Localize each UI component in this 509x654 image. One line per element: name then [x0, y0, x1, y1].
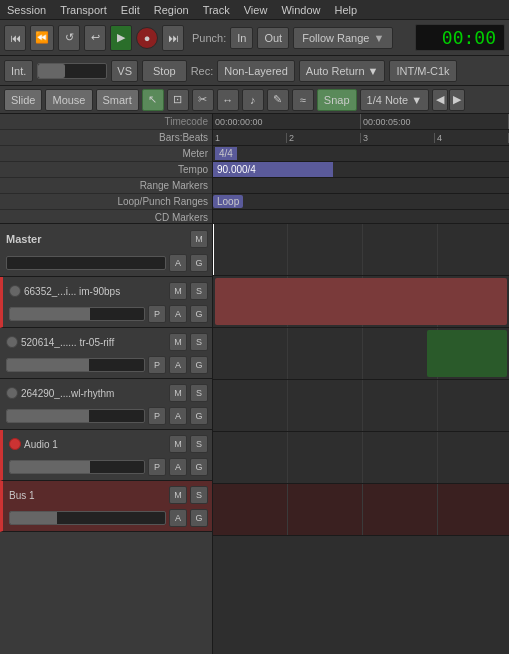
tracks-content-panel[interactable]: [213, 224, 509, 654]
menu-transport[interactable]: Transport: [57, 3, 110, 17]
track-2-rec-indicator: [6, 336, 18, 348]
track-3-group-button[interactable]: G: [190, 407, 208, 425]
track-4-mute-button[interactable]: M: [169, 435, 187, 453]
master-mute-button[interactable]: M: [190, 230, 208, 248]
tempo-row-label: Tempo: [0, 162, 212, 178]
menu-help[interactable]: Help: [332, 3, 361, 17]
track-3-playlist-button[interactable]: P: [148, 407, 166, 425]
track-1-playlist-button[interactable]: P: [148, 305, 166, 323]
bus-1-content[interactable]: [213, 484, 509, 536]
draw-tool-button[interactable]: ✎: [267, 89, 289, 111]
cd-markers-ruler[interactable]: [213, 210, 509, 223]
track-2-solo-button[interactable]: S: [190, 333, 208, 351]
int-button[interactable]: Int.: [4, 60, 33, 82]
track-4-volume-slider[interactable]: [9, 460, 145, 474]
track-3-solo-button[interactable]: S: [190, 384, 208, 402]
record-button[interactable]: ●: [136, 27, 158, 49]
int-m-button[interactable]: INT/M-C1k: [389, 60, 456, 82]
track-2-clip[interactable]: [427, 330, 507, 377]
auto-return-label: Auto Return: [306, 65, 365, 77]
track-1-auto-button[interactable]: A: [169, 305, 187, 323]
slide-mode-button[interactable]: Slide: [4, 89, 42, 111]
stretch-tool-button[interactable]: ↔: [217, 89, 239, 111]
bus-1-auto-button[interactable]: A: [169, 509, 187, 527]
punch-out-button[interactable]: Out: [257, 27, 289, 49]
note-value-button[interactable]: 1/4 Note ▼: [360, 89, 429, 111]
forward-to-end-button[interactable]: ⏭: [162, 25, 184, 51]
range-markers-ruler[interactable]: [213, 178, 509, 194]
range-markers-row-label: Range Markers: [0, 178, 212, 194]
bars-beats-ruler[interactable]: 1 2 3 4: [213, 130, 509, 146]
smart-mode-button[interactable]: Smart: [96, 89, 139, 111]
note-value-arrow-icon: ▼: [411, 94, 422, 106]
automation-tool-button[interactable]: ≈: [292, 89, 314, 111]
timeline-ruler[interactable]: 00:00:00:00 00:00:05:00 1 2 3 4 4/4 90.0…: [213, 114, 509, 223]
range-tool-button[interactable]: ⊡: [167, 89, 189, 111]
master-volume-slider[interactable]: [6, 256, 166, 270]
track-3-content[interactable]: [213, 380, 509, 432]
bus-1-group-button[interactable]: G: [190, 509, 208, 527]
track-4-playlist-button[interactable]: P: [148, 458, 166, 476]
menu-edit[interactable]: Edit: [118, 3, 143, 17]
mouse-mode-button[interactable]: Mouse: [45, 89, 92, 111]
cut-tool-button[interactable]: ✂: [192, 89, 214, 111]
back-button[interactable]: ↩: [84, 25, 106, 51]
track-3-mute-button[interactable]: M: [169, 384, 187, 402]
snap-button[interactable]: Snap: [317, 89, 357, 111]
menu-session[interactable]: Session: [4, 3, 49, 17]
timecode-ruler[interactable]: 00:00:00:00 00:00:05:00: [213, 114, 509, 130]
track-4-content[interactable]: [213, 432, 509, 484]
track-1-bottom: P A G: [3, 303, 212, 327]
play-button[interactable]: ▶: [110, 25, 132, 51]
master-track-top: Master M: [0, 224, 212, 252]
track-1-volume-slider[interactable]: [9, 307, 145, 321]
bus-1-volume-slider[interactable]: [9, 511, 166, 525]
track-3-auto-button[interactable]: A: [169, 407, 187, 425]
tempo-ruler[interactable]: 90.000/4: [213, 162, 509, 178]
master-track-name: Master: [6, 233, 186, 245]
track-2-auto-button[interactable]: A: [169, 356, 187, 374]
rewind-button[interactable]: ⏪: [30, 25, 54, 51]
track-1-solo-button[interactable]: S: [190, 282, 208, 300]
track-1-content[interactable]: [213, 276, 509, 328]
vs-button[interactable]: VS: [111, 60, 138, 82]
timeline-scroll-right-button[interactable]: ▶: [449, 89, 465, 111]
track-4-auto-button[interactable]: A: [169, 458, 187, 476]
track-2-content[interactable]: [213, 328, 509, 380]
bus-1-mute-button[interactable]: M: [169, 486, 187, 504]
bar-2: 2: [287, 133, 361, 143]
track-1-group-button[interactable]: G: [190, 305, 208, 323]
bus-1-track-label: Bus 1 M S A G: [0, 481, 212, 532]
track-1-mute-button[interactable]: M: [169, 282, 187, 300]
secondary-toolbar: Int. VS Stop Rec: Non-Layered Auto Retur…: [0, 56, 509, 86]
listen-tool-button[interactable]: ♪: [242, 89, 264, 111]
non-layered-button[interactable]: Non-Layered: [217, 60, 295, 82]
track-2-group-button[interactable]: G: [190, 356, 208, 374]
bus-1-solo-button[interactable]: S: [190, 486, 208, 504]
track-2-playlist-button[interactable]: P: [148, 356, 166, 374]
track-3-volume-slider[interactable]: [6, 409, 145, 423]
track-1-name: 66352_...i... im-90bps: [24, 286, 166, 297]
menu-window[interactable]: Window: [278, 3, 323, 17]
meter-ruler[interactable]: 4/4: [213, 146, 509, 162]
cursor-tool-button[interactable]: ↖: [142, 89, 164, 111]
track-4-group-button[interactable]: G: [190, 458, 208, 476]
follow-range-button[interactable]: Follow Range ▼: [293, 27, 393, 49]
master-auto-button[interactable]: A: [169, 254, 187, 272]
loop-button[interactable]: ↺: [58, 25, 80, 51]
menu-region[interactable]: Region: [151, 3, 192, 17]
master-group-button[interactable]: G: [190, 254, 208, 272]
monitor-slider[interactable]: [37, 63, 107, 79]
stop-button[interactable]: Stop: [142, 60, 187, 82]
menu-track[interactable]: Track: [200, 3, 233, 17]
track-2-volume-slider[interactable]: [6, 358, 145, 372]
timeline-scroll-left-button[interactable]: ◀: [432, 89, 448, 111]
punch-in-button[interactable]: In: [230, 27, 253, 49]
menu-view[interactable]: View: [241, 3, 271, 17]
track-4-solo-button[interactable]: S: [190, 435, 208, 453]
track-1-clip[interactable]: [215, 278, 507, 325]
track-2-mute-button[interactable]: M: [169, 333, 187, 351]
auto-return-button[interactable]: Auto Return ▼: [299, 60, 386, 82]
loop-punch-ruler[interactable]: Loop: [213, 194, 509, 210]
rewind-to-start-button[interactable]: ⏮: [4, 25, 26, 51]
